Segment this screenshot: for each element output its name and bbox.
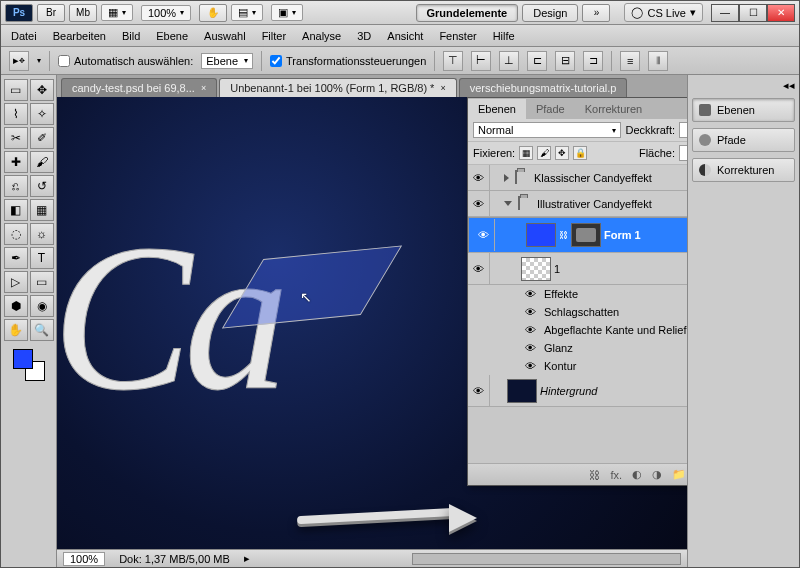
fx-menu-icon[interactable]: fx. bbox=[610, 469, 622, 481]
wand-tool[interactable]: ✧ bbox=[30, 103, 54, 125]
layer-thumb[interactable] bbox=[507, 379, 537, 403]
effect-row[interactable]: 👁Kontur bbox=[522, 357, 687, 375]
visibility-icon[interactable]: 👁 bbox=[522, 306, 538, 318]
brush-tool[interactable]: 🖌 bbox=[30, 151, 54, 173]
marquee-tool[interactable]: ▭ bbox=[4, 79, 28, 101]
minibridge-icon[interactable]: Mb bbox=[69, 4, 97, 22]
eyedropper-tool[interactable]: ✐ bbox=[30, 127, 54, 149]
layer-name[interactable]: Illustrativer Candyeffekt bbox=[537, 198, 687, 210]
layer-row[interactable]: 👁 Hintergrund 🔒 bbox=[468, 375, 687, 407]
dock-korrekturen-button[interactable]: Korrekturen bbox=[692, 158, 795, 182]
crop-tool[interactable]: ✂ bbox=[4, 127, 28, 149]
menu-auswahl[interactable]: Auswahl bbox=[204, 30, 246, 42]
zoom-dropdown[interactable]: 100% bbox=[141, 5, 191, 21]
close-tab-icon[interactable]: × bbox=[201, 83, 206, 93]
auto-select-checkbox[interactable]: Automatisch auswählen: bbox=[58, 55, 193, 67]
distribute-icon[interactable]: ≡ bbox=[620, 51, 640, 71]
lasso-tool[interactable]: ⌇ bbox=[4, 103, 28, 125]
hand-tool[interactable]: ✋ bbox=[4, 319, 28, 341]
effects-header[interactable]: 👁Effekte bbox=[522, 285, 687, 303]
menu-filter[interactable]: Filter bbox=[262, 30, 286, 42]
dock-pfade-button[interactable]: Pfade bbox=[692, 128, 795, 152]
align-left-icon[interactable]: ⊏ bbox=[527, 51, 547, 71]
align-hcenter-icon[interactable]: ⊟ bbox=[555, 51, 575, 71]
workspace-more-icon[interactable]: » bbox=[582, 4, 610, 22]
visibility-icon[interactable]: 👁 bbox=[468, 375, 490, 406]
layer-name[interactable]: Klassischer Candyeffekt bbox=[534, 172, 687, 184]
move-tool[interactable]: ✥ bbox=[30, 79, 54, 101]
gradient-tool[interactable]: ▦ bbox=[30, 199, 54, 221]
foreground-color[interactable] bbox=[13, 349, 33, 369]
effect-row[interactable]: 👁Glanz bbox=[522, 339, 687, 357]
cslive-button[interactable]: ◯ CS Live ▾ bbox=[624, 3, 703, 22]
align-top-icon[interactable]: ⊤ bbox=[443, 51, 463, 71]
align-bottom-icon[interactable]: ⊥ bbox=[499, 51, 519, 71]
maximize-button[interactable]: ☐ bbox=[739, 4, 767, 22]
view-extras-dropdown[interactable]: ▦ bbox=[101, 4, 133, 21]
menu-datei[interactable]: Datei bbox=[11, 30, 37, 42]
3d-tool[interactable]: ⬢ bbox=[4, 295, 28, 317]
doc-tab-1[interactable]: candy-test.psd bei 69,8...× bbox=[61, 78, 217, 97]
lock-transparency-icon[interactable]: ▦ bbox=[519, 146, 533, 160]
minimize-button[interactable]: — bbox=[711, 4, 739, 22]
mask-thumb[interactable] bbox=[571, 223, 601, 247]
menu-analyse[interactable]: Analyse bbox=[302, 30, 341, 42]
visibility-icon[interactable]: 👁 bbox=[522, 360, 538, 372]
panel-tab-korrekturen[interactable]: Korrekturen bbox=[575, 99, 652, 119]
menu-fenster[interactable]: Fenster bbox=[439, 30, 476, 42]
shape-tool[interactable]: ▭ bbox=[30, 271, 54, 293]
arrange-dropdown[interactable]: ▤ bbox=[231, 4, 263, 21]
align-right-icon[interactable]: ⊐ bbox=[583, 51, 603, 71]
lock-position-icon[interactable]: ✥ bbox=[555, 146, 569, 160]
workspace-grundelemente[interactable]: Grundelemente bbox=[416, 4, 519, 22]
layer-group-row[interactable]: 👁 Illustrativer Candyeffekt bbox=[468, 191, 687, 217]
history-brush-tool[interactable]: ↺ bbox=[30, 175, 54, 197]
distribute2-icon[interactable]: ⫴ bbox=[648, 51, 668, 71]
effect-row[interactable]: 👁Schlagschatten bbox=[522, 303, 687, 321]
hand-tool-icon[interactable]: ✋ bbox=[199, 4, 227, 22]
layer-row-selected[interactable]: 👁 ⛓ Form 1 bbox=[468, 217, 687, 253]
layer-row[interactable]: 👁 1 fx ▾ bbox=[468, 253, 687, 285]
blur-tool[interactable]: ◌ bbox=[4, 223, 28, 245]
visibility-icon[interactable]: 👁 bbox=[468, 191, 490, 216]
visibility-icon[interactable]: 👁 bbox=[468, 253, 490, 284]
menu-bild[interactable]: Bild bbox=[122, 30, 140, 42]
3dcamera-tool[interactable]: ◉ bbox=[30, 295, 54, 317]
ps-logo-icon[interactable]: Ps bbox=[5, 4, 33, 22]
layer-name[interactable]: Hintergrund bbox=[540, 385, 687, 397]
link-icon[interactable]: ⛓ bbox=[559, 230, 568, 240]
screenmode-dropdown[interactable]: ▣ bbox=[271, 4, 303, 21]
stamp-tool[interactable]: ⎌ bbox=[4, 175, 28, 197]
menu-bearbeiten[interactable]: Bearbeiten bbox=[53, 30, 106, 42]
type-tool[interactable]: T bbox=[30, 247, 54, 269]
menu-3d[interactable]: 3D bbox=[357, 30, 371, 42]
workspace-design[interactable]: Design bbox=[522, 4, 578, 22]
zoom-field[interactable]: 100% bbox=[63, 552, 105, 566]
pen-tool[interactable]: ✒ bbox=[4, 247, 28, 269]
collapse-dock-icon[interactable]: ◂◂ bbox=[783, 79, 795, 92]
mask-icon[interactable]: ◐ bbox=[632, 468, 642, 481]
fill-field[interactable]: 100% bbox=[679, 145, 687, 161]
layer-name[interactable]: Form 1 bbox=[604, 229, 687, 241]
move-tool-preset-icon[interactable]: ▸✥ bbox=[9, 51, 29, 71]
collapse-icon[interactable] bbox=[504, 201, 512, 206]
eraser-tool[interactable]: ◧ bbox=[4, 199, 28, 221]
auto-select-type[interactable]: Ebene bbox=[201, 53, 253, 69]
menu-hilfe[interactable]: Hilfe bbox=[493, 30, 515, 42]
panel-tab-pfade[interactable]: Pfade bbox=[526, 99, 575, 119]
canvas[interactable]: Ca ↖ 100% Dok: 1,37 MB/5,00 MB ▸ Ebenen bbox=[57, 97, 687, 567]
bridge-icon[interactable]: Br bbox=[37, 4, 65, 22]
lock-all-icon[interactable]: 🔒 bbox=[573, 146, 587, 160]
link-layers-icon[interactable]: ⛓ bbox=[589, 469, 600, 481]
visibility-icon[interactable]: 👁 bbox=[473, 219, 495, 251]
effect-row[interactable]: 👁Abgeflachte Kante und Relief bbox=[522, 321, 687, 339]
dock-ebenen-button[interactable]: Ebenen bbox=[692, 98, 795, 122]
layer-name[interactable]: 1 bbox=[554, 263, 687, 275]
visibility-icon[interactable]: 👁 bbox=[522, 342, 538, 354]
visibility-icon[interactable]: 👁 bbox=[522, 288, 538, 300]
layer-thumb[interactable] bbox=[521, 257, 551, 281]
opacity-field[interactable]: 100% bbox=[679, 122, 687, 138]
transform-controls-checkbox[interactable]: Transformationssteuerungen bbox=[270, 55, 426, 67]
layer-group-row[interactable]: 👁 Klassischer Candyeffekt bbox=[468, 165, 687, 191]
close-button[interactable]: ✕ bbox=[767, 4, 795, 22]
